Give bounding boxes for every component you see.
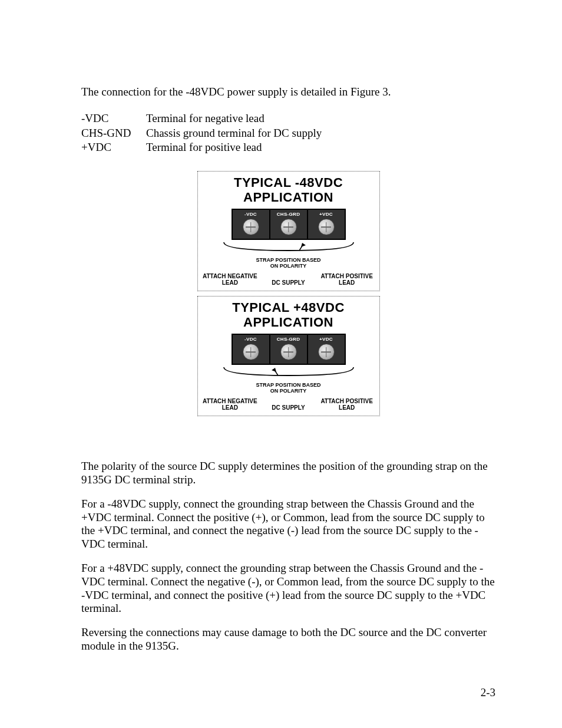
def-term: CHS-GND	[81, 127, 146, 140]
terminal-label: CHS-GRD	[277, 337, 300, 342]
text-line: ATTACH POSITIVE	[320, 398, 373, 404]
terminal-neg-vdc: -VDC	[233, 335, 270, 364]
body-paragraph: For a +48VDC supply, connect the groundi…	[81, 562, 495, 615]
text-line: LEAD	[339, 404, 355, 411]
def-desc: Terminal for negative lead	[146, 112, 495, 126]
document-page: The connection for the -48VDC power supp…	[0, 0, 562, 728]
terminal-pos-vdc: +VDC	[308, 210, 345, 239]
figure-title: TYPICAL -48VDC APPLICATION	[201, 175, 376, 205]
def-desc: Chassis ground terminal for DC supply	[146, 127, 495, 140]
figure: TYPICAL -48VDC APPLICATION -VDC CHS-GRD …	[197, 171, 380, 421]
terminal-label: CHS-GRD	[277, 212, 300, 218]
screw-icon	[318, 219, 335, 235]
def-term: -VDC	[81, 112, 146, 126]
terminal-label: +VDC	[319, 337, 333, 342]
attach-negative-label: ATTACH NEGATIVE LEAD	[201, 398, 259, 411]
def-term: +VDC	[81, 141, 146, 154]
figure-title-line1: TYPICAL +48VDC	[232, 300, 345, 315]
dc-supply-label: DC SUPPLY	[260, 404, 318, 411]
text-line: LEAD	[222, 279, 238, 286]
attach-negative-label: ATTACH NEGATIVE LEAD	[201, 273, 259, 286]
screw-icon	[318, 344, 335, 360]
terminal-pos-vdc: +VDC	[308, 335, 345, 364]
page-number: 2-3	[481, 686, 495, 700]
figure-block-neg48: TYPICAL -48VDC APPLICATION -VDC CHS-GRD …	[197, 171, 380, 291]
strap-note: STRAP POSITION BASED ON POLARITY	[201, 383, 376, 394]
body-paragraph: Reversing the connections may cause dama…	[81, 626, 495, 653]
terminal-chs-grd: CHS-GRD	[270, 210, 308, 239]
figure-title-line2: APPLICATION	[243, 315, 333, 330]
svg-marker-0	[301, 243, 306, 247]
strap-note: STRAP POSITION BASED ON POLARITY	[201, 258, 376, 269]
figure-title-line1: TYPICAL -48VDC	[234, 175, 343, 190]
terminal-label: -VDC	[244, 337, 257, 342]
terminal-label: +VDC	[319, 212, 333, 218]
figure-bottom-row: ATTACH NEGATIVE LEAD DC SUPPLY ATTACH PO…	[201, 398, 376, 411]
svg-marker-1	[272, 368, 276, 372]
screw-icon	[243, 219, 259, 235]
strap-note-line2: ON POLARITY	[270, 388, 307, 394]
text-line: ATTACH NEGATIVE	[203, 273, 257, 279]
figure-container: TYPICAL -48VDC APPLICATION -VDC CHS-GRD …	[81, 171, 495, 421]
screw-icon	[280, 344, 297, 360]
terminal-chs-grd: CHS-GRD	[270, 335, 308, 364]
strap-note-line1: STRAP POSITION BASED	[256, 382, 321, 388]
strap-bracket-icon	[212, 366, 365, 379]
text-line: LEAD	[339, 279, 355, 286]
definition-list: -VDC Terminal for negative lead CHS-GND …	[81, 112, 495, 154]
terminal-neg-vdc: -VDC	[233, 210, 270, 239]
dc-supply-label: DC SUPPLY	[260, 279, 318, 286]
terminal-strip: -VDC CHS-GRD +VDC	[232, 209, 346, 241]
terminal-label: -VDC	[244, 212, 257, 218]
body-paragraph: The polarity of the source DC supply det…	[81, 460, 495, 487]
screw-icon	[280, 219, 297, 235]
intro-paragraph: The connection for the -48VDC power supp…	[81, 85, 495, 99]
text-line: LEAD	[222, 404, 238, 411]
terminal-strip: -VDC CHS-GRD +VDC	[232, 334, 346, 365]
text-line: ATTACH NEGATIVE	[203, 398, 257, 404]
screw-icon	[243, 344, 259, 360]
strap-note-line1: STRAP POSITION BASED	[256, 257, 321, 263]
def-desc: Terminal for positive lead	[146, 141, 495, 154]
attach-positive-label: ATTACH POSITIVE LEAD	[318, 398, 376, 411]
attach-positive-label: ATTACH POSITIVE LEAD	[318, 273, 376, 286]
figure-title: TYPICAL +48VDC APPLICATION	[201, 300, 376, 330]
figure-title-line2: APPLICATION	[243, 190, 333, 205]
body-paragraph: For a -48VDC supply, connect the groundi…	[81, 498, 495, 551]
figure-bottom-row: ATTACH NEGATIVE LEAD DC SUPPLY ATTACH PO…	[201, 273, 376, 286]
figure-block-pos48: TYPICAL +48VDC APPLICATION -VDC CHS-GRD …	[197, 296, 380, 416]
text-line: ATTACH POSITIVE	[320, 273, 373, 279]
strap-bracket-icon	[212, 241, 365, 254]
strap-note-line2: ON POLARITY	[270, 263, 307, 269]
